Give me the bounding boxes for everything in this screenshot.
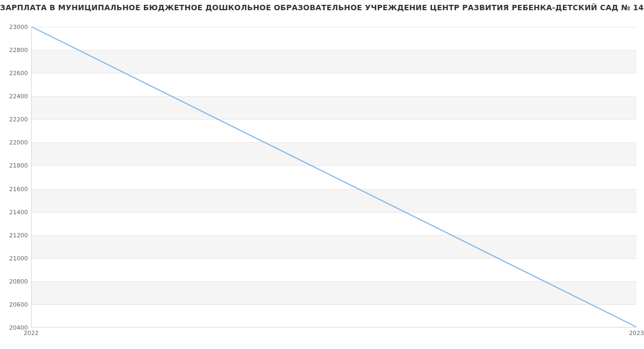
line-layer (32, 27, 636, 327)
y-tick-label: 20600 (3, 301, 28, 308)
y-tick-label: 21400 (3, 208, 28, 215)
plot-area (31, 27, 636, 328)
x-axis: 2022 2023 (31, 330, 636, 340)
y-tick-label: 20800 (3, 278, 28, 285)
y-tick-label: 22800 (3, 47, 28, 54)
y-tick-label: 20400 (3, 324, 28, 331)
y-tick-label: 22600 (3, 70, 28, 77)
series-line (32, 27, 636, 327)
y-tick-label: 21000 (3, 255, 28, 261)
y-tick-label: 22400 (3, 93, 28, 100)
y-tick-label: 21800 (3, 162, 28, 169)
chart-area: 2022 2023 204002060020800210002120021400… (0, 12, 644, 344)
x-tick-label: 2023 (629, 330, 644, 337)
y-tick-label: 22000 (3, 139, 28, 146)
chart-title: ЗАРПЛАТА В МУНИЦИПАЛЬНОЕ БЮДЖЕТНОЕ ДОШКО… (0, 0, 644, 12)
y-tick-label: 22200 (3, 116, 28, 123)
y-tick-label: 23000 (3, 24, 28, 31)
y-tick-label: 21200 (3, 231, 28, 238)
y-tick-label: 21600 (3, 185, 28, 192)
